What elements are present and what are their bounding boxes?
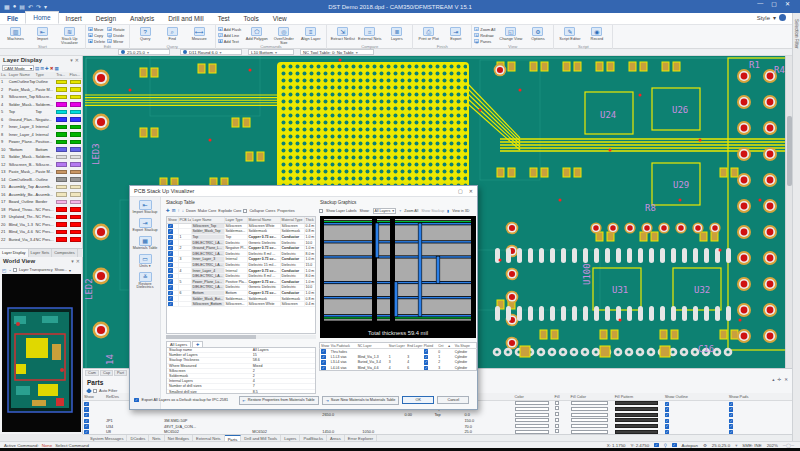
layer-row[interactable]: 8Inner_Layer_4Internal: [0, 131, 82, 139]
world-view-show-dropdown[interactable]: Show...: [55, 268, 67, 272]
layer-color-swatch[interactable]: [70, 110, 81, 115]
close-icon[interactable]: ✕: [469, 188, 473, 194]
layer-color-swatch[interactable]: [56, 230, 67, 235]
ribbon-button-layers[interactable]: ≣Layers: [383, 26, 410, 41]
layer-color-swatch[interactable]: [56, 117, 67, 122]
layer-row[interactable]: 22Buried_Via_3-4NC Pres...: [0, 236, 82, 244]
layer-color-swatch[interactable]: [70, 170, 81, 175]
layer-color-swatch[interactable]: [56, 80, 67, 85]
ribbon-tab-tools[interactable]: Tools: [237, 13, 266, 24]
collapse-icon[interactable]: ▴: [772, 377, 774, 382]
layer-panel-tab-composites[interactable]: Composites: [52, 249, 78, 257]
layer-row[interactable]: 18Plated_Throu...NC Pres...: [0, 206, 82, 214]
show-stackup-button[interactable]: Show Stackup: [421, 209, 444, 213]
ribbon-button-stack-up-visualizer[interactable]: ≋Stack Up Visualizer: [56, 26, 83, 45]
part-fill-pattern-swatch[interactable]: [615, 418, 658, 422]
ribbon-tab-drill-and-mill[interactable]: Drill and Mill: [161, 13, 210, 24]
layer-color-swatch[interactable]: [70, 230, 81, 235]
layer-color-swatch[interactable]: [56, 192, 67, 197]
part-show-checkbox[interactable]: ✓: [84, 413, 89, 418]
stackup-show-checkbox[interactable]: ✓: [168, 235, 173, 240]
stackup-show-checkbox[interactable]: ✓: [168, 251, 173, 256]
add-row-icon[interactable]: ✚: [166, 208, 170, 213]
ribbon-button-options[interactable]: ⚙Options: [524, 26, 551, 41]
layer-row[interactable]: 10*BottomBottom: [0, 146, 82, 154]
part-fill-color-swatch[interactable]: [571, 413, 609, 417]
ribbon-button-export[interactable]: ⇥Export: [442, 26, 469, 41]
via-plated-checkbox[interactable]: ✓: [424, 360, 429, 365]
via-show-checkbox[interactable]: ✓: [321, 366, 326, 371]
ribbon-button-find[interactable]: ⌕Find: [159, 26, 186, 41]
part-fill-pattern-swatch[interactable]: [615, 401, 658, 405]
ribbon-button-machines[interactable]: ▥Machines: [2, 26, 29, 41]
grid-value[interactable]: 25.0,25.0: [712, 443, 730, 448]
rail-button-restore-dielectrics[interactable]: ≚Restore Dielectrics: [131, 272, 160, 291]
layer-row[interactable]: 17Board_OutlineBorder: [0, 198, 82, 206]
float-icon[interactable]: ✛: [777, 377, 781, 382]
layer-color-swatch[interactable]: [70, 155, 81, 160]
dialog-title-bar[interactable]: PCB Stack Up Visualizer ▢ ✕: [130, 186, 477, 197]
ribbon-tab-test[interactable]: Test: [211, 13, 237, 24]
layer-color-swatch[interactable]: [56, 222, 67, 227]
active-layer-dropdown[interactable]: L10 Bottom ▾: [248, 49, 294, 55]
layer-row[interactable]: 13Paste_Mask_...Paste M...: [0, 168, 82, 176]
stackup-show-checkbox[interactable]: ✓: [168, 302, 173, 307]
layer-color-swatch[interactable]: [56, 155, 67, 160]
part-fill-color-swatch[interactable]: [571, 424, 609, 428]
layer-color-swatch[interactable]: [56, 147, 67, 152]
grid-settings-icon[interactable]: ⚙: [703, 443, 707, 448]
via-show-checkbox[interactable]: ✓: [321, 349, 326, 354]
ribbon-tab-file[interactable]: File: [0, 13, 25, 24]
rail-button-export-stackup[interactable]: ⇥Export Stackup: [131, 218, 160, 233]
ribbon-button-import[interactable]: ⇤Import: [29, 26, 56, 41]
via-row[interactable]: ✓L4-L6 viasBlind_Via_4-646✓3Cylinder: [320, 365, 477, 371]
layer-color-swatch[interactable]: [70, 200, 81, 205]
ribbon-button-add-polygon[interactable]: ⬠Add Polygon: [243, 26, 270, 41]
layer-color-swatch[interactable]: [70, 207, 81, 212]
layer-color-swatch[interactable]: [56, 170, 67, 175]
layer-row[interactable]: 21Blind_Via_4-6NC Pres...: [0, 228, 82, 236]
zoom-mode-icon[interactable]: ◰: [2, 268, 6, 273]
down-icon[interactable]: ↓: [182, 208, 184, 213]
dcode-dropdown[interactable]: D11 Round 6.0 ▾: [180, 49, 242, 55]
stackup-show-checkbox[interactable]: ✓: [168, 291, 173, 296]
maximize-icon[interactable]: ▢: [771, 0, 777, 7]
layer-color-swatch[interactable]: [56, 102, 67, 107]
part-color-swatch[interactable]: [515, 424, 549, 428]
part-fill-checkbox[interactable]: [555, 424, 559, 428]
layer-color-swatch[interactable]: [70, 147, 81, 152]
selection-filter-tab[interactable]: Selection Filter: [794, 19, 799, 49]
world-view-thumbnail[interactable]: [2, 274, 81, 432]
part-fill-checkbox[interactable]: [555, 401, 559, 405]
stackup-graphics-view[interactable]: Total thickness 59.4 mil: [320, 216, 476, 338]
via-plated-checkbox[interactable]: ✓: [424, 355, 429, 360]
pin-icon[interactable]: ▾: [71, 258, 74, 264]
ribbon-button-align-layer[interactable]: ≡Align Layer: [297, 26, 324, 41]
stackup-toolbar-explode-core[interactable]: Explode Core: [218, 209, 241, 213]
part-color-swatch[interactable]: [515, 407, 549, 411]
close-icon[interactable]: ✕: [785, 0, 790, 7]
zoom-level[interactable]: 202%: [767, 443, 778, 448]
stackup-toolbar-collapse-cores[interactable]: Collapse Cores: [249, 209, 275, 213]
layer-color-swatch[interactable]: [70, 95, 81, 100]
layer-row[interactable]: 1ComOutlineTopOutline: [0, 78, 82, 86]
layer-row[interactable]: 4Solder_Mask...Solderm...: [0, 101, 82, 109]
stackup-toolbar-down[interactable]: Down: [186, 209, 196, 213]
close-icon[interactable]: ✕: [76, 258, 80, 264]
layer-row[interactable]: 12Silkscreen_B...Silkscre...: [0, 161, 82, 169]
layer-row[interactable]: 5TopTop: [0, 108, 82, 116]
layer-color-swatch[interactable]: [70, 222, 81, 227]
stackup-show-checkbox[interactable]: ✓: [168, 263, 173, 268]
layer-color-swatch[interactable]: [70, 132, 81, 137]
part-fill-color-swatch[interactable]: [571, 418, 609, 422]
parts-minitab-cam[interactable]: Cam: [85, 370, 99, 376]
layer-color-swatch[interactable]: [56, 207, 67, 212]
delete-layer-icon[interactable]: ✖: [50, 66, 54, 71]
layer-color-swatch[interactable]: [70, 80, 81, 85]
part-fill-pattern-swatch[interactable]: [615, 413, 658, 417]
part-fill-checkbox[interactable]: [555, 429, 559, 433]
layer-row[interactable]: 2Paste_Mask_...Paste M...: [0, 86, 82, 94]
layer-color-swatch[interactable]: [56, 125, 67, 130]
part-color-swatch[interactable]: [515, 413, 549, 417]
show-layer-labels-checkbox[interactable]: [319, 209, 323, 213]
